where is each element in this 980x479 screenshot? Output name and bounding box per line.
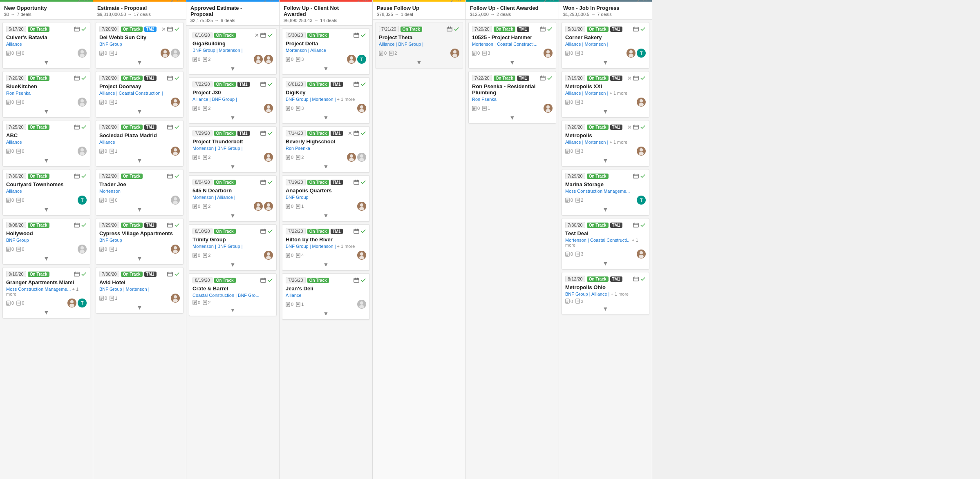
card-actions[interactable] bbox=[167, 124, 180, 130]
card-expand[interactable]: ▼ bbox=[286, 114, 366, 121]
calendar-icon[interactable] bbox=[354, 277, 359, 283]
card-expand[interactable]: ▼ bbox=[565, 305, 646, 312]
check-icon[interactable] bbox=[174, 124, 180, 130]
check-icon[interactable] bbox=[360, 130, 366, 136]
card-actions[interactable] bbox=[74, 124, 87, 130]
expand-icon[interactable]: ▼ bbox=[603, 206, 609, 213]
card-expand[interactable]: ▼ bbox=[192, 261, 273, 268]
card-actions[interactable] bbox=[633, 173, 646, 179]
card[interactable]: 7/30/20On TrackTM1Test DealMortenson | C… bbox=[562, 218, 649, 270]
check-icon[interactable] bbox=[547, 26, 553, 32]
expand-icon[interactable]: ▼ bbox=[323, 163, 329, 170]
card-expand[interactable]: ▼ bbox=[6, 255, 87, 262]
expand-icon[interactable]: ▼ bbox=[510, 114, 515, 121]
card-actions[interactable] bbox=[74, 173, 87, 179]
card-expand[interactable]: ▼ bbox=[565, 59, 646, 66]
expand-icon[interactable]: ▼ bbox=[323, 65, 329, 72]
check-icon[interactable] bbox=[81, 222, 87, 228]
card-actions[interactable] bbox=[447, 26, 459, 32]
card-expand[interactable]: ▼ bbox=[6, 206, 87, 213]
card[interactable]: 8/04/20On Track545 N DearbornMortenson |… bbox=[189, 175, 277, 222]
card-actions[interactable] bbox=[260, 130, 273, 136]
expand-icon[interactable]: ▼ bbox=[230, 114, 236, 121]
check-icon[interactable]: ✓ bbox=[170, 0, 175, 4]
check-icon[interactable] bbox=[81, 271, 87, 277]
check-icon[interactable] bbox=[640, 75, 646, 81]
expand-icon[interactable]: ▼ bbox=[230, 212, 236, 219]
check-icon[interactable] bbox=[640, 173, 646, 179]
check-icon[interactable] bbox=[640, 222, 646, 228]
check-icon[interactable] bbox=[174, 75, 180, 81]
expand-icon[interactable]: ▼ bbox=[603, 157, 609, 164]
card[interactable]: 6/16/20On Track✕GigaBuildingBNF Group | … bbox=[189, 28, 277, 75]
card-actions[interactable]: ✕ bbox=[627, 75, 646, 81]
card-expand[interactable]: ▼ bbox=[99, 59, 180, 66]
check-icon[interactable]: ✓ bbox=[636, 0, 641, 4]
card-expand[interactable]: ▼ bbox=[379, 59, 459, 66]
check-icon[interactable]: ✓ bbox=[357, 0, 361, 4]
check-icon[interactable] bbox=[267, 81, 273, 87]
card-expand[interactable]: ▼ bbox=[192, 114, 273, 121]
card-actions[interactable] bbox=[260, 228, 273, 234]
card-expand[interactable]: ▼ bbox=[6, 309, 87, 316]
check-icon[interactable]: ✓ bbox=[450, 0, 454, 4]
card-actions[interactable] bbox=[167, 271, 180, 277]
card-expand[interactable]: ▼ bbox=[192, 163, 273, 170]
expand-icon[interactable]: ▼ bbox=[230, 307, 236, 313]
expand-icon[interactable]: ▼ bbox=[323, 114, 329, 121]
calendar-icon[interactable] bbox=[633, 75, 639, 81]
calendar-icon[interactable] bbox=[260, 179, 266, 185]
card-actions[interactable] bbox=[354, 32, 366, 38]
card[interactable]: 5/30/20On TrackProject DeltaMortenson | … bbox=[282, 28, 370, 75]
calendar-icon[interactable] bbox=[633, 124, 639, 130]
card-actions[interactable] bbox=[633, 276, 646, 282]
card[interactable]: 7/19/20On TrackTM1✕Metropolis XXIAllianc… bbox=[562, 71, 649, 118]
check-icon[interactable] bbox=[360, 179, 366, 185]
card-expand[interactable]: ▼ bbox=[565, 206, 646, 213]
card[interactable]: 7/22/20On TrackTM1Project J30Alliance | … bbox=[189, 77, 277, 124]
expand-icon[interactable]: ▼ bbox=[510, 59, 515, 66]
more-icon[interactable]: ⋯ bbox=[270, 0, 275, 4]
column-actions-follow-up-awarded[interactable]: ✓ ⋯ bbox=[543, 0, 555, 4]
calendar-icon[interactable] bbox=[540, 75, 546, 81]
card-actions[interactable] bbox=[540, 26, 553, 32]
more-icon[interactable]: ⋯ bbox=[363, 0, 368, 4]
card-actions[interactable] bbox=[74, 271, 87, 277]
calendar-icon[interactable] bbox=[167, 222, 173, 228]
card[interactable]: 5/31/20On TrackTM1Corner BakeryAlliance … bbox=[562, 22, 649, 69]
card-expand[interactable]: ▼ bbox=[192, 307, 273, 313]
card-expand[interactable]: ▼ bbox=[192, 65, 273, 72]
check-icon[interactable]: ✓ bbox=[77, 0, 82, 4]
check-icon[interactable] bbox=[174, 271, 180, 277]
calendar-icon[interactable] bbox=[354, 228, 359, 234]
card-expand[interactable]: ▼ bbox=[472, 114, 553, 121]
check-icon[interactable] bbox=[360, 228, 366, 234]
card[interactable]: 7/20/20On TrackTM1✕MetropolisAlliance | … bbox=[562, 120, 649, 167]
card-actions[interactable] bbox=[633, 26, 646, 32]
card[interactable]: 7/29/20On TrackTM1Project ThunderboltMor… bbox=[189, 126, 277, 173]
card[interactable]: 5/17/20On TrackCulver's BataviaAlliance … bbox=[2, 22, 90, 69]
card[interactable]: 7/29/20On TrackMarina StorageMoss Constr… bbox=[562, 169, 649, 216]
expand-icon[interactable]: ▼ bbox=[323, 310, 329, 317]
check-icon[interactable] bbox=[174, 222, 180, 228]
card[interactable]: 7/26/20On TrackJean's DeliAlliance 0 1 ▼ bbox=[282, 273, 370, 320]
card[interactable]: 7/20/20On TrackTM1Sociedad Plaza MadridA… bbox=[96, 120, 183, 167]
card-actions[interactable] bbox=[260, 179, 273, 185]
more-icon[interactable]: ⋯ bbox=[456, 0, 461, 4]
expand-icon[interactable]: ▼ bbox=[137, 59, 143, 66]
calendar-icon[interactable] bbox=[260, 228, 266, 234]
card-actions[interactable] bbox=[74, 26, 87, 32]
card[interactable]: 7/20/20On TrackTM1Project DoorwayAllianc… bbox=[96, 71, 183, 118]
calendar-icon[interactable] bbox=[167, 26, 173, 32]
calendar-icon[interactable] bbox=[633, 26, 639, 32]
expand-icon[interactable]: ▼ bbox=[230, 65, 236, 72]
check-icon[interactable] bbox=[640, 276, 646, 282]
card-actions[interactable]: ✕ bbox=[255, 32, 273, 38]
card[interactable]: 7/30/20On TrackCourtyard TownhomesAllian… bbox=[2, 169, 90, 216]
expand-icon[interactable]: ▼ bbox=[323, 261, 329, 268]
card-expand[interactable]: ▼ bbox=[99, 157, 180, 164]
card-expand[interactable]: ▼ bbox=[99, 255, 180, 262]
check-icon[interactable] bbox=[360, 32, 366, 38]
card[interactable]: 6/01/20On TrackTM1DigiKeyBNF Group | Mor… bbox=[282, 77, 370, 124]
check-icon[interactable] bbox=[81, 124, 87, 130]
